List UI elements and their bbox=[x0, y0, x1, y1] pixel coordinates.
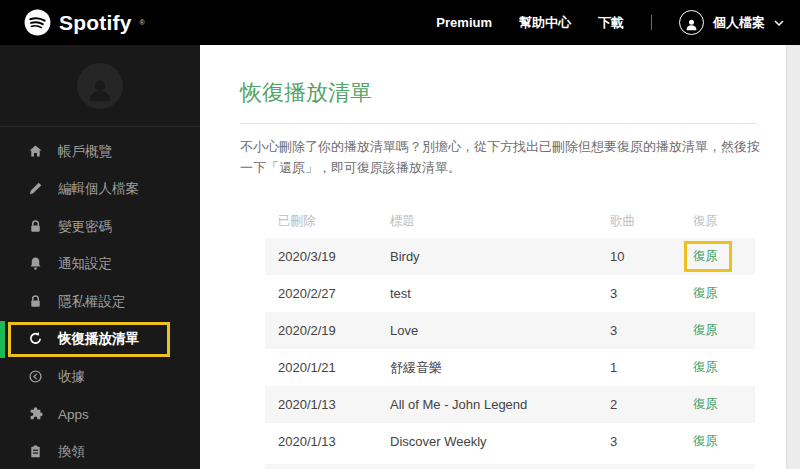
sidebar-item-label: 收據 bbox=[58, 368, 85, 386]
spotify-logo[interactable]: Spotify ® bbox=[24, 9, 145, 36]
table-row: 2020/2/19 Love 3 復原 bbox=[265, 312, 755, 349]
cell-playlist-title: Birdy bbox=[390, 249, 610, 264]
cell-song-count: 3 bbox=[610, 434, 693, 449]
header-title: 標題 bbox=[390, 213, 610, 230]
cell-deleted-date: 2020/2/27 bbox=[278, 286, 390, 301]
restore-link[interactable]: 復原 bbox=[693, 433, 755, 450]
cell-deleted-date: 2020/1/13 bbox=[278, 397, 390, 412]
registered-mark: ® bbox=[140, 18, 145, 28]
table-row: 2020/1/13 All of Me - John Legend 2 復原 bbox=[265, 386, 755, 423]
playlist-table-body: 2020/3/19 Birdy 10 復原 2020/2/27 test 3 復… bbox=[265, 238, 755, 460]
table-row: 2020/1/21 舒緩音樂 1 復原 bbox=[265, 349, 755, 386]
page-description: 不小心刪除了你的播放清單嗎？別擔心，從下方找出已刪除但想要復原的播放清單，然後按… bbox=[240, 136, 768, 178]
top-nav-links: Premium 幫助中心 下載 個人檔案 bbox=[436, 10, 784, 35]
sidebar-item-notification-settings[interactable]: 通知設定 bbox=[0, 246, 200, 284]
header-deleted: 已刪除 bbox=[278, 213, 390, 230]
sidebar-item-label: 隱私權設定 bbox=[58, 293, 126, 311]
sidebar-item-change-password[interactable]: 變更密碼 bbox=[0, 208, 200, 246]
profile-label: 個人檔案 bbox=[713, 14, 765, 32]
pencil-icon bbox=[28, 181, 44, 197]
restore-link[interactable]: 復原 bbox=[693, 396, 755, 413]
table-row: 2020/3/19 Birdy 10 復原 bbox=[265, 238, 755, 275]
cell-song-count: 2 bbox=[610, 397, 693, 412]
cell-deleted-date: 2020/1/13 bbox=[278, 434, 390, 449]
lock-icon bbox=[28, 219, 44, 235]
sidebar-item-receipts[interactable]: 收據 bbox=[0, 358, 200, 396]
sidebar-item-edit-profile[interactable]: 編輯個人檔案 bbox=[0, 171, 200, 209]
page-title: 恢復播放清單 bbox=[240, 78, 372, 108]
lock-icon bbox=[28, 294, 44, 310]
puzzle-icon bbox=[28, 406, 44, 422]
sidebar-item-redeem[interactable]: 換領 bbox=[0, 433, 200, 469]
header-restore: 復原 bbox=[693, 213, 755, 230]
cell-playlist-title: 舒緩音樂 bbox=[390, 359, 610, 377]
cell-deleted-date: 2020/2/19 bbox=[278, 323, 390, 338]
cell-song-count: 3 bbox=[610, 286, 693, 301]
table-row: 2020/1/13 Discover Weekly 3 復原 bbox=[265, 423, 755, 460]
nav-help-center[interactable]: 幫助中心 bbox=[519, 14, 571, 32]
main-content: 恢復播放清單 不小心刪除了你的播放清單嗎？別擔心，從下方找出已刪除但想要復原的播… bbox=[200, 45, 786, 469]
table-row: 2020/2/27 test 3 復原 bbox=[265, 275, 755, 312]
sidebar-item-label: 帳戶概覽 bbox=[58, 143, 112, 161]
chevron-down-icon bbox=[774, 20, 784, 26]
profile-avatar-icon bbox=[679, 10, 704, 35]
top-navigation-bar: Spotify ® Premium 幫助中心 下載 個人檔案 bbox=[0, 0, 800, 45]
sidebar-item-label: 恢復播放清單 bbox=[58, 330, 139, 348]
restore-link[interactable]: 復原 bbox=[693, 322, 755, 339]
header-songs: 歌曲 bbox=[610, 213, 693, 230]
spotify-logo-icon bbox=[24, 9, 51, 36]
sidebar-item-apps[interactable]: Apps bbox=[0, 396, 200, 434]
sidebar-menu: 帳戶概覽 編輯個人檔案 變更密碼 通知設定 隱私權設定 恢復播放清單 收據 Ap… bbox=[0, 127, 200, 469]
sidebar-item-label: 換領 bbox=[58, 443, 85, 461]
sidebar-item-restore-playlists[interactable]: 恢復播放清單 bbox=[0, 321, 200, 359]
cell-playlist-title: Discover Weekly bbox=[390, 434, 610, 449]
cell-song-count: 10 bbox=[610, 249, 693, 264]
bell-icon bbox=[28, 256, 44, 272]
nav-separator bbox=[651, 15, 652, 30]
nav-download[interactable]: 下載 bbox=[598, 14, 624, 32]
sidebar-item-label: Apps bbox=[58, 407, 89, 422]
cell-deleted-date: 2020/1/21 bbox=[278, 360, 390, 375]
restore-icon bbox=[28, 331, 44, 347]
table-row-partial bbox=[265, 464, 755, 469]
profile-menu[interactable]: 個人檔案 bbox=[679, 10, 784, 35]
sidebar-item-label: 編輯個人檔案 bbox=[58, 180, 139, 198]
sidebar-avatar-section bbox=[0, 45, 200, 127]
spotify-wordmark: Spotify bbox=[59, 11, 132, 35]
sidebar-item-label: 變更密碼 bbox=[58, 218, 112, 236]
account-sidebar: 帳戶概覽 編輯個人檔案 變更密碼 通知設定 隱私權設定 恢復播放清單 收據 Ap… bbox=[0, 45, 200, 469]
cell-playlist-title: test bbox=[390, 286, 610, 301]
home-icon bbox=[28, 144, 44, 160]
restore-link[interactable]: 復原 bbox=[693, 248, 755, 265]
receipt-icon bbox=[28, 369, 44, 385]
nav-premium[interactable]: Premium bbox=[436, 15, 492, 30]
restore-link[interactable]: 復原 bbox=[693, 285, 755, 302]
restore-link[interactable]: 復原 bbox=[693, 359, 755, 376]
cell-deleted-date: 2020/3/19 bbox=[278, 249, 390, 264]
table-header-row: 已刪除 標題 歌曲 復原 bbox=[265, 205, 755, 238]
page-scrollbar[interactable] bbox=[786, 45, 800, 469]
user-avatar bbox=[77, 63, 123, 109]
cell-playlist-title: All of Me - John Legend bbox=[390, 397, 610, 412]
redeem-icon bbox=[28, 444, 44, 460]
sidebar-item-label: 通知設定 bbox=[58, 255, 112, 273]
deleted-playlists-table: 已刪除 標題 歌曲 復原 2020/3/19 Birdy 10 復原 2020/… bbox=[265, 205, 755, 460]
sidebar-item-account-overview[interactable]: 帳戶概覽 bbox=[0, 133, 200, 171]
title-divider bbox=[240, 123, 756, 124]
cell-playlist-title: Love bbox=[390, 323, 610, 338]
cell-song-count: 1 bbox=[610, 360, 693, 375]
cell-song-count: 3 bbox=[610, 323, 693, 338]
sidebar-item-privacy-settings[interactable]: 隱私權設定 bbox=[0, 283, 200, 321]
